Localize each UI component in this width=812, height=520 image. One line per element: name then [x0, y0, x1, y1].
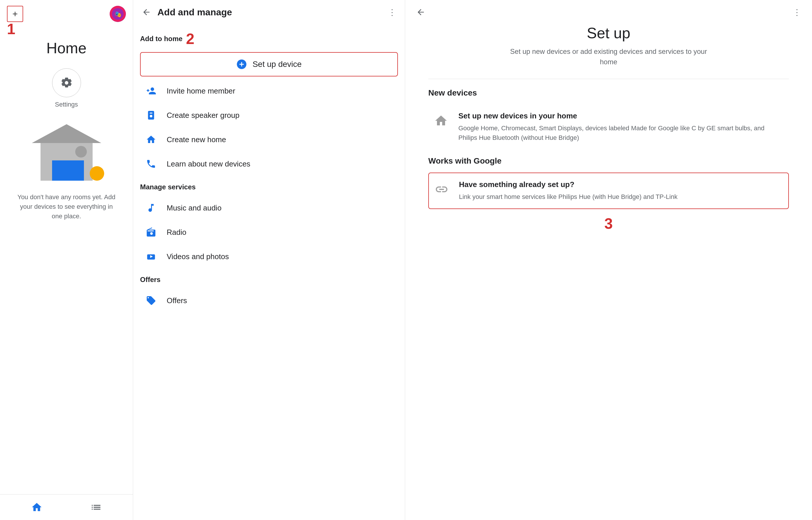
radio-label: Radio: [167, 228, 186, 237]
learn-new-devices-label: Learn about new devices: [167, 159, 250, 168]
home-nav-icon: [31, 501, 43, 513]
manage-more-button[interactable]: ⋮: [386, 6, 398, 18]
home-top-bar: + 🎭: [0, 0, 133, 28]
setup-back-arrow-icon: [416, 7, 425, 17]
manage-back-button[interactable]: [140, 6, 153, 19]
bottom-nav: [0, 494, 133, 520]
music-audio-label: Music and audio: [167, 204, 221, 212]
new-devices-description: Google Home, Chromecast, Smart Displays,…: [458, 123, 784, 142]
radio-item[interactable]: Radio: [140, 220, 398, 244]
house-device-icon: [433, 113, 449, 129]
videos-photos-label: Videos and photos: [167, 252, 229, 261]
create-speaker-group-item[interactable]: Create speaker group: [140, 103, 398, 127]
add-to-home-header: Add to home: [140, 35, 183, 43]
step2-label: 2: [186, 30, 194, 48]
manage-top-bar: Add and manage ⋮: [133, 0, 405, 24]
music-icon: [145, 202, 157, 214]
videos-photos-item[interactable]: Videos and photos: [140, 244, 398, 269]
gear-icon: [60, 76, 74, 90]
avatar[interactable]: 🎭: [110, 6, 126, 22]
setup-divider: [428, 79, 789, 79]
radio-icon: [145, 226, 157, 239]
works-with-google-text: Have something already set up? Link your…: [459, 180, 677, 202]
svg-point-5: [75, 146, 87, 157]
panel-home: + 🎭 1 Home Settings: [0, 0, 133, 520]
new-devices-title: Set up new devices in your home: [458, 111, 784, 121]
offers-header: Offers: [140, 269, 398, 288]
panel-setup: ⋮ Set up Set up new devices or add exist…: [405, 0, 812, 520]
setup-back-button[interactable]: [414, 6, 427, 19]
back-arrow-icon: [142, 7, 151, 17]
list-nav-button[interactable]: [90, 501, 102, 513]
create-new-home-label: Create new home: [167, 135, 226, 144]
svg-marker-4: [32, 124, 101, 143]
panel-manage: Add and manage ⋮ Add to home 2 Set up de…: [133, 0, 405, 520]
list-nav-icon: [90, 501, 102, 513]
phone-icon: [145, 157, 157, 170]
house-illustration: [23, 123, 110, 181]
add-button[interactable]: +: [7, 6, 23, 22]
person-add-icon: [145, 84, 157, 97]
invite-home-member-item[interactable]: Invite home member: [140, 79, 398, 103]
set-up-device-label: Set up device: [253, 60, 302, 69]
offers-label: Offers: [167, 296, 187, 305]
link-icon: [433, 181, 450, 198]
svg-rect-7: [52, 160, 84, 181]
home-content: Home Settings You d: [0, 28, 133, 494]
home-add-icon: [145, 133, 157, 146]
new-devices-text: Set up new devices in your home Google H…: [458, 111, 784, 142]
step3-label: 3: [428, 215, 789, 232]
plus-circle-icon: [237, 59, 247, 70]
works-with-google-description: Link your smart home services like Phili…: [459, 192, 677, 202]
invite-home-member-label: Invite home member: [167, 86, 235, 96]
setup-scroll: Set up Set up new devices or add existin…: [405, 24, 812, 520]
setup-more-button[interactable]: ⋮: [791, 6, 803, 18]
new-devices-header: New devices: [428, 88, 789, 98]
manage-scroll: Add to home 2 Set up device Invite home …: [133, 24, 405, 520]
video-icon: [145, 250, 157, 263]
new-devices-card[interactable]: Set up new devices in your home Google H…: [428, 105, 789, 149]
works-with-google-title: Have something already set up?: [459, 180, 677, 189]
setup-subtitle: Set up new devices or add existing devic…: [507, 46, 710, 67]
step1-label: 1: [7, 20, 15, 37]
offers-item[interactable]: Offers: [140, 288, 398, 313]
learn-new-devices-item[interactable]: Learn about new devices: [140, 152, 398, 176]
works-with-google-card[interactable]: Have something already set up? Link your…: [428, 173, 789, 209]
settings-label: Settings: [55, 101, 78, 108]
manage-title: Add and manage: [157, 7, 382, 18]
setup-title: Set up: [428, 24, 789, 42]
manage-services-header: Manage services: [140, 176, 398, 196]
home-nav-button[interactable]: [31, 501, 43, 513]
setup-top-bar: ⋮: [405, 0, 812, 24]
works-with-google-header: Works with Google: [428, 156, 789, 165]
settings-button[interactable]: [52, 68, 81, 97]
home-description: You don't have any rooms yet. Add your d…: [11, 192, 121, 221]
create-new-home-item[interactable]: Create new home: [140, 127, 398, 152]
add-to-home-header-row: Add to home 2: [140, 24, 398, 52]
svg-text:🎭: 🎭: [114, 11, 121, 18]
music-audio-item[interactable]: Music and audio: [140, 196, 398, 220]
svg-point-8: [90, 166, 104, 181]
home-title: Home: [46, 40, 86, 57]
speaker-icon: [145, 109, 157, 122]
set-up-device-button[interactable]: Set up device: [140, 52, 398, 76]
create-speaker-group-label: Create speaker group: [167, 111, 239, 120]
tag-icon: [145, 294, 157, 307]
